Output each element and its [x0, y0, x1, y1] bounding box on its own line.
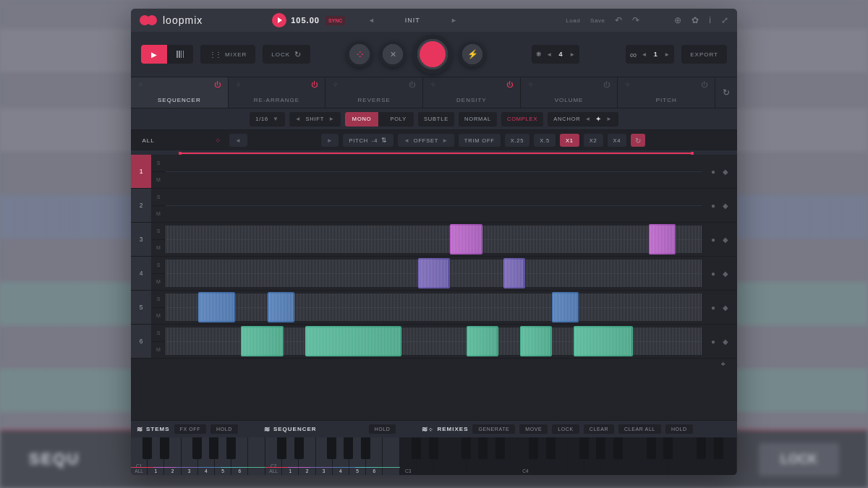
piano-black-key[interactable]	[697, 437, 706, 459]
erase-icon[interactable]: ◆	[723, 270, 728, 278]
clear-button[interactable]: CLEAR	[584, 424, 614, 434]
piano-black-key[interactable]	[529, 437, 538, 459]
power-icon[interactable]: ⏻	[701, 81, 707, 88]
mute-button[interactable]: M	[151, 206, 166, 223]
move-button[interactable]: MOVE	[519, 424, 548, 434]
track-lane[interactable]	[166, 325, 702, 358]
power-icon[interactable]: ⏻	[311, 81, 318, 88]
piano-black-key[interactable]	[495, 437, 505, 459]
hold-button[interactable]: HOLD	[210, 424, 238, 434]
piano-key[interactable]	[248, 437, 265, 475]
piano-black-key[interactable]	[192, 437, 202, 459]
steps-b-prev[interactable]: ◄	[641, 51, 647, 58]
shuffle-knob[interactable]	[380, 41, 406, 67]
tab-density[interactable]: ⁘⏻ DENSITY	[423, 77, 521, 108]
piano-black-key[interactable]	[412, 437, 421, 459]
piano-black-key[interactable]	[226, 437, 236, 459]
track-lane[interactable]	[166, 223, 702, 256]
steps-control-a[interactable]: ❋ ◄ 4 ►	[532, 45, 579, 64]
piano-black-key[interactable]	[663, 437, 673, 459]
lock-icon[interactable]: ●	[711, 270, 715, 278]
anchor-control[interactable]: ANCHOR◄►	[548, 112, 618, 127]
hold-button-3[interactable]: HOLD	[665, 424, 693, 434]
pitch-control[interactable]: PITCH-4	[343, 134, 393, 147]
load-button[interactable]: Load	[566, 17, 580, 24]
piano-key[interactable]	[383, 437, 399, 475]
lock-button-2[interactable]: LOCK	[552, 424, 579, 434]
dice-icon[interactable]: ⁘	[138, 81, 144, 88]
piano-black-key[interactable]	[294, 437, 304, 459]
mute-button[interactable]: M	[151, 172, 166, 189]
track-number[interactable]: 3	[131, 223, 151, 256]
power-icon[interactable]: ⏻	[603, 81, 610, 88]
keyboard[interactable]: C1ALL 1 2 3 4 5 6 C2ALL 1 2 3 4 5 6	[131, 437, 737, 475]
save-button[interactable]: Save	[590, 17, 605, 24]
generate-button[interactable]: GENERATE	[472, 424, 515, 434]
piano-black-key[interactable]	[277, 437, 286, 459]
lock-icon[interactable]: ●	[711, 236, 715, 244]
dice-icon[interactable]: ⁘	[236, 81, 242, 88]
steps-control-b[interactable]: ◄ 1 ►	[626, 45, 674, 64]
piano-black-key[interactable]	[327, 437, 336, 459]
erase-icon[interactable]: ◆	[723, 304, 728, 312]
nav-prev[interactable]: ◄	[229, 134, 247, 147]
piano-black-key[interactable]	[714, 437, 723, 459]
track-number[interactable]: 1	[131, 155, 151, 188]
all-tracks-button[interactable]: ALL	[131, 137, 166, 144]
dice-icon[interactable]: ⁘	[528, 81, 534, 88]
nav-next[interactable]: ►	[321, 134, 339, 147]
dice-icon[interactable]: ⁘	[430, 81, 436, 88]
mute-button[interactable]: M	[151, 240, 166, 257]
hold-button-2[interactable]: HOLD	[369, 424, 396, 434]
expand-icon[interactable]: ⤢	[721, 15, 728, 25]
shift-control[interactable]: ◄SHIFT►	[289, 112, 341, 127]
tab-sequencer[interactable]: ⁘⏻ SEQUENCER	[131, 77, 229, 108]
erase-icon[interactable]: ◆	[723, 338, 728, 346]
track-number[interactable]: 2	[131, 189, 151, 222]
offset-control[interactable]: ◄OFFSET►	[398, 134, 454, 147]
piano-black-key[interactable]	[209, 437, 218, 459]
zoom-x05[interactable]: X.5	[534, 134, 556, 147]
settings-icon[interactable]: ✿	[692, 15, 699, 25]
subtle-button[interactable]: SUBTLE	[418, 112, 454, 127]
track-lane[interactable]	[166, 155, 702, 188]
power-icon[interactable]: ⏻	[409, 81, 415, 88]
solo-button[interactable]: S	[151, 223, 166, 240]
play-icon[interactable]	[272, 13, 286, 27]
solo-button[interactable]: S	[151, 325, 166, 342]
piano-black-key[interactable]	[647, 437, 656, 459]
track-number[interactable]: 6	[131, 325, 151, 358]
tab-rearrange[interactable]: ⁘⏻ RE-ARRANGE	[229, 77, 326, 108]
zoom-x2[interactable]: X2	[584, 134, 603, 147]
mono-poly-toggle[interactable]: MONOPOLY	[345, 112, 414, 127]
lock-icon[interactable]: ●	[711, 338, 715, 346]
complex-button[interactable]: COMPLEX	[501, 112, 543, 127]
erase-icon[interactable]: ◆	[723, 202, 728, 210]
tempo[interactable]: 105.00	[272, 13, 320, 27]
play-mode-toggle[interactable]: ▶	[141, 45, 193, 64]
record-button[interactable]	[413, 35, 452, 74]
power-icon[interactable]: ⏻	[214, 81, 221, 88]
add-track-button[interactable]: +	[131, 359, 737, 369]
sync-button[interactable]: SYNC	[326, 16, 345, 25]
dice-icon[interactable]: ⁘	[625, 81, 631, 88]
tab-pitch[interactable]: ⁘⏻ PITCH	[618, 77, 715, 108]
fxoff-button[interactable]: FX OFF	[174, 424, 207, 434]
clearall-button[interactable]: CLEAR ALL	[618, 424, 661, 434]
piano-black-key[interactable]	[579, 437, 589, 459]
mute-button[interactable]: M	[151, 274, 166, 291]
lock-icon[interactable]: ●	[711, 202, 715, 210]
step-mode-button[interactable]	[167, 45, 193, 64]
steps-b-next[interactable]: ►	[664, 51, 670, 58]
piano-black-key[interactable]	[613, 437, 623, 459]
play-button[interactable]: ▶	[141, 45, 167, 64]
normal-button[interactable]: NORMAL	[459, 112, 497, 127]
track-number[interactable]: 4	[131, 257, 151, 290]
solo-button[interactable]: S	[151, 291, 166, 308]
steps-a-prev[interactable]: ◄	[546, 51, 552, 58]
tab-reverse[interactable]: ⁘⏻ REVERSE	[326, 77, 423, 108]
erase-icon[interactable]: ◆	[723, 236, 728, 244]
mixer-button[interactable]: MIXER	[200, 45, 255, 64]
piano-black-key[interactable]	[596, 437, 605, 459]
piano-black-key[interactable]	[344, 437, 353, 459]
